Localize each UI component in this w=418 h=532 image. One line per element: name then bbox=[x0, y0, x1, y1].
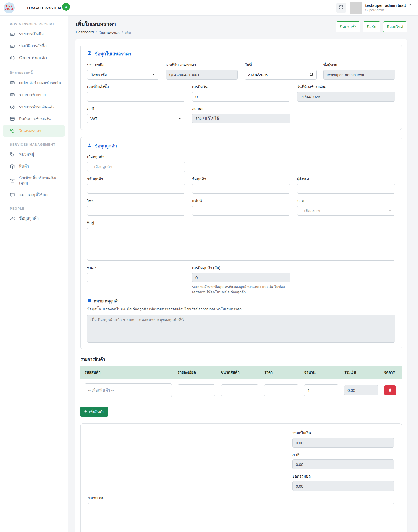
sidebar-item-label: order ถึงกำหนดชำระเงิน bbox=[19, 80, 61, 85]
fullscreen-button[interactable] bbox=[336, 3, 346, 13]
fullscreen-icon bbox=[339, 5, 344, 10]
avatar[interactable] bbox=[350, 2, 362, 14]
col-price: ราคา bbox=[264, 369, 298, 375]
sidebar-item-label: นำเข้าสต็อก/โอนคลัง/เคลม bbox=[19, 175, 61, 186]
address-field: ที่อยู่ bbox=[87, 220, 395, 261]
sidebar-item-outstanding[interactable]: รายการค้างจ่าย bbox=[3, 89, 65, 101]
credit-days-field: เครดิตวัน bbox=[192, 84, 290, 102]
sidebar-item-label: รายการเปิดบิล bbox=[19, 31, 44, 37]
shipping-field: ขนส่ง bbox=[87, 265, 185, 295]
region-label: ภาค bbox=[297, 198, 395, 204]
select-customer-label: เลือกลูกค้า bbox=[87, 154, 185, 160]
add-item-button[interactable]: เพิ่มสินค้า bbox=[80, 407, 108, 417]
customer-code-field: รหัสลูกค้า bbox=[87, 176, 185, 194]
product-select[interactable]: -- เลือกสินค้า -- bbox=[85, 383, 172, 397]
sidebar-item-quotation[interactable]: ใบเสนอราคา bbox=[3, 125, 65, 137]
phone-input[interactable] bbox=[87, 206, 185, 216]
quote-info-card: ข้อมูลใบเสนอราคา ประเภทบิล บิลตราชั่ง เล… bbox=[80, 45, 402, 130]
po-no-input[interactable] bbox=[87, 92, 185, 102]
sidebar-item-cancelled-orders[interactable]: Order ที่ยกเลิก bbox=[3, 52, 65, 64]
sidebar-item-products[interactable]: สินค้า bbox=[3, 161, 65, 172]
summary-card: รวมเป็นเงิน 0.00 ภาษี 0.00 ยอดรวมบิล 0.0… bbox=[80, 423, 402, 532]
chevron-down-icon bbox=[152, 72, 156, 77]
page-title: เพิ่มใบเสนอราคา bbox=[76, 20, 131, 28]
bill-type-select[interactable]: บิลตราชั่ง bbox=[87, 70, 159, 80]
contact-input[interactable] bbox=[297, 184, 395, 194]
customer-name-input[interactable] bbox=[192, 184, 290, 194]
sidebar-item-confirm-payment[interactable]: ยืนยันการชำระเงิน bbox=[3, 113, 65, 125]
quote-no-label: เลขที่ใบเสนอราคา bbox=[166, 62, 238, 68]
chat-icon bbox=[9, 192, 15, 198]
customer-code-input[interactable] bbox=[87, 184, 185, 194]
chat-bubble-icon bbox=[87, 298, 92, 304]
main-content: เพิ่มใบเสนอราคา Dashboard / ใบเสนอราคา /… bbox=[68, 16, 418, 532]
sidebar-item-frequent-notes[interactable]: หมายเหตุที่ใช้บ่อย bbox=[3, 189, 65, 200]
quote-info-title: ข้อมูลใบเสนอราคา bbox=[87, 50, 395, 57]
sidebar-item-open-bill[interactable]: รายการเปิดบิล bbox=[3, 28, 65, 40]
customer-note-title: หมายเหตุลูกค้า bbox=[87, 298, 395, 304]
customer-name-field: ชื่อลูกค้า bbox=[192, 176, 290, 194]
brand-logo: TINY ViGO bbox=[4, 2, 15, 13]
sidebar-item-categories[interactable]: หมวดหมู่ bbox=[3, 149, 65, 160]
sidebar-item-purchase-history[interactable]: ประวัติการสั่งซื้อ bbox=[3, 40, 65, 52]
delete-row-button[interactable] bbox=[384, 385, 396, 395]
breadcrumb-current: เพิ่ม bbox=[125, 30, 131, 36]
customer-credit-field: เครดิตลูกค้า (วัน) 0 ระบบจะดึงจากข้อมูลเ… bbox=[192, 265, 290, 295]
check-circle-icon bbox=[9, 104, 15, 110]
fax-label: แฟกซ์ bbox=[192, 198, 290, 204]
date-input[interactable]: 21/04/2026 bbox=[245, 70, 317, 80]
qty-input[interactable] bbox=[304, 384, 338, 396]
breadcrumb-separator: / bbox=[122, 30, 123, 36]
region-select[interactable]: -- เลือกภาค -- bbox=[297, 206, 395, 216]
printer-icon bbox=[9, 80, 15, 86]
printer-icon bbox=[9, 43, 15, 49]
items-title: รายการสินค้า bbox=[80, 356, 402, 363]
address-textarea[interactable] bbox=[87, 228, 395, 261]
shipping-input[interactable] bbox=[87, 273, 185, 282]
scale-bill-button[interactable]: บิลตราชั่ง bbox=[336, 21, 360, 32]
vat-field: ภาษี VAT bbox=[87, 106, 185, 123]
sidebar-collapse-button[interactable]: « bbox=[62, 3, 70, 11]
totals-block: รวมเป็นเงิน 0.00 ภาษี 0.00 ยอดรวมบิล 0.0… bbox=[292, 430, 394, 491]
app: TINY ViGO TOSCALE SYSTEM « testsuper_adm… bbox=[0, 0, 418, 532]
users-icon bbox=[9, 215, 15, 221]
grand-total-field: ยอดรวมบิล 0.00 bbox=[292, 473, 394, 491]
sidebar-item-stock-import[interactable]: นำเข้าสต็อก/โอนคลัง/เคลม bbox=[3, 173, 65, 188]
breadcrumb-quotation[interactable]: ใบเสนอราคา bbox=[99, 30, 120, 36]
sidebar-item-label: รายการชำระเงินแล้ว bbox=[19, 104, 55, 109]
page-head: เพิ่มใบเสนอราคา Dashboard / ใบเสนอราคา /… bbox=[68, 16, 418, 39]
sidebar-item-customers[interactable]: ข้อมูลลูกค้า bbox=[3, 212, 65, 224]
sidebar-item-orders-due[interactable]: order ถึงกำหนดชำระเงิน bbox=[3, 77, 65, 88]
price-input[interactable] bbox=[264, 384, 298, 396]
fax-input[interactable] bbox=[192, 206, 290, 216]
breadcrumb-dashboard[interactable]: Dashboard bbox=[76, 30, 94, 36]
sidebar-item-paid[interactable]: รายการชำระเงินแล้ว bbox=[3, 101, 65, 113]
status-label: สถานะ bbox=[192, 106, 290, 112]
col-description: รายละเอียด bbox=[178, 369, 215, 375]
person-icon bbox=[87, 143, 92, 149]
sidebar-section-pos: POS & INVOICE RECEIPT bbox=[10, 22, 68, 26]
customer-credit-input: 0 bbox=[192, 273, 290, 282]
vat-select[interactable]: VAT bbox=[87, 114, 185, 123]
note-textarea[interactable] bbox=[88, 503, 394, 532]
credit-days-input[interactable] bbox=[192, 92, 290, 102]
user-block[interactable]: testsuper_admin testt SuperAdmin bbox=[365, 3, 412, 12]
customer-credit-label: เครดิตลูกค้า (วัน) bbox=[192, 265, 290, 271]
parts-bill-button[interactable]: บิลอะไหล่ bbox=[383, 21, 407, 32]
sidebar: POS & INVOICE RECEIPT รายการเปิดบิล ประว… bbox=[0, 16, 68, 532]
shipping-label: ขนส่ง bbox=[87, 265, 185, 271]
select-customer-select[interactable]: -- เลือกลูกค้า -- bbox=[87, 162, 185, 172]
customer-note-help: ข้อมูลนี้จะแสดงอัตโนมัติเมื่อเลือกลูกค้า… bbox=[87, 306, 395, 312]
umbrella-bill-button[interactable]: บิลร่ม bbox=[363, 21, 380, 32]
select-customer-field: เลือกลูกค้า -- เลือกลูกค้า -- bbox=[87, 154, 185, 172]
col-qty: จำนวน bbox=[304, 369, 338, 375]
po-no-label: เลขที่ใบสั่งซื้อ bbox=[87, 84, 185, 90]
sidebar-item-label: ประวัติการสั่งซื้อ bbox=[19, 43, 47, 49]
sidebar-item-label: ยืนยันการชำระเงิน bbox=[19, 116, 51, 121]
quote-no-input: QSC2604210001 bbox=[166, 70, 238, 80]
description-input[interactable] bbox=[178, 384, 215, 396]
quote-no-field: เลขที่ใบเสนอราคา QSC2604210001 bbox=[166, 62, 238, 80]
sidebar-item-label: รายการค้างจ่าย bbox=[19, 92, 46, 97]
size-input[interactable] bbox=[221, 384, 259, 396]
plus-icon bbox=[84, 410, 88, 414]
